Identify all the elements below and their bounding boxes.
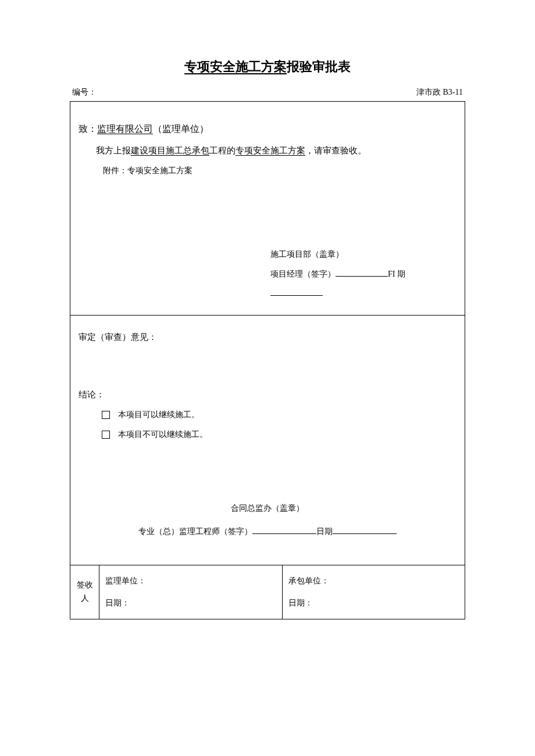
section-receipt: 签收 人 监理单位： 日期： 承包单位： 日期：	[70, 565, 465, 619]
opinion-label: 审定（审查）意见：	[79, 332, 456, 343]
to-prefix: 致：	[79, 124, 97, 134]
engineer-sign-field[interactable]	[252, 533, 316, 534]
attachment-line: 附件：专项安全施工方案	[79, 161, 456, 181]
section-submission: 致：监理有限公司（监理单位） 我方上报建设项目施工总承包工程的专项安全施工方案，…	[70, 102, 465, 316]
document-title: 专项安全施工方案报验审批表	[70, 58, 465, 76]
project-manager-sign-line: 项目经理（签字）FI 期	[270, 264, 456, 303]
contract-office-seal: 合同总监办（盖章）	[79, 498, 456, 519]
conclusion-label: 结论：	[79, 389, 456, 400]
engineer-sign-line: 专业（总）监理工程师（签字）日期	[79, 521, 456, 542]
doc-code: 津市政 B3-11	[416, 87, 463, 98]
receipt-label-2: 人	[81, 592, 89, 605]
checkbox-option-2: 本项目不可以继续施工。	[79, 429, 456, 440]
body-item: 专项安全施工方案	[236, 146, 305, 155]
checkbox-option-1: 本项目可以继续施工。	[79, 410, 456, 420]
checkbox-icon[interactable]	[102, 411, 110, 419]
supervisor-signature-block: 合同总监办（盖章） 专业（总）监理工程师（签字）日期	[79, 498, 456, 543]
date-label-1: FI 期	[388, 270, 405, 278]
checkbox-1-text: 本项目可以继续施工。	[118, 410, 199, 419]
contractor-signature-block: 施工项目部（盖章） 项目经理（签字）FI 期	[270, 245, 456, 303]
body-line: 我方上报建设项目施工总承包工程的专项安全施工方案，请审查验收。	[79, 140, 456, 161]
engineer-sign-label: 专业（总）监理工程师（签字）	[138, 527, 252, 536]
form-table: 致：监理有限公司（监理单位） 我方上报建设项目施工总承包工程的专项安全施工方案，…	[70, 101, 465, 619]
date-field-2[interactable]	[333, 533, 397, 534]
contractor-receipt: 承包单位： 日期：	[283, 565, 465, 619]
section-review: 审定（审查）意见： 结论： 本项目可以继续施工。 本项目不可以继续施工。 合同总…	[70, 316, 465, 565]
body-suffix: ，请审查验收。	[305, 146, 366, 155]
body-project: 建设项目施工总承包	[131, 146, 209, 155]
date-field-1[interactable]	[270, 295, 323, 296]
receipt-label-1: 签收	[77, 579, 93, 592]
checkbox-icon[interactable]	[102, 431, 110, 439]
header-row: 编号： 津市政 B3-11	[70, 87, 465, 101]
date-label-2: 日期	[316, 527, 333, 536]
supervisor-date-label: 日期：	[105, 592, 276, 614]
contractor-date-label: 日期：	[288, 592, 459, 614]
addressee-line: 致：监理有限公司（监理单位）	[79, 118, 456, 140]
manager-sign-field[interactable]	[336, 276, 388, 277]
title-tail: 报验审批表	[287, 59, 351, 74]
supervisor-unit-label: 监理单位：	[105, 570, 276, 592]
body-prefix: 我方上报	[96, 146, 131, 155]
title-underlined: 专项安全施工方案	[184, 59, 287, 74]
supervisor-receipt: 监理单位： 日期：	[99, 565, 283, 619]
contractor-unit-label: 承包单位：	[288, 570, 459, 592]
checkbox-2-text: 本项目不可以继续施工。	[118, 430, 208, 439]
doc-number-label: 编号：	[72, 87, 97, 98]
to-suffix: （监理单位）	[153, 124, 209, 134]
construction-dept-seal: 施工项目部（盖章）	[270, 245, 456, 264]
receipt-label: 签收 人	[70, 565, 99, 619]
body-after-mid: 工程的	[209, 146, 236, 155]
to-company: 监理有限公司	[97, 124, 153, 134]
manager-sign-label: 项目经理（签字）	[270, 270, 336, 278]
